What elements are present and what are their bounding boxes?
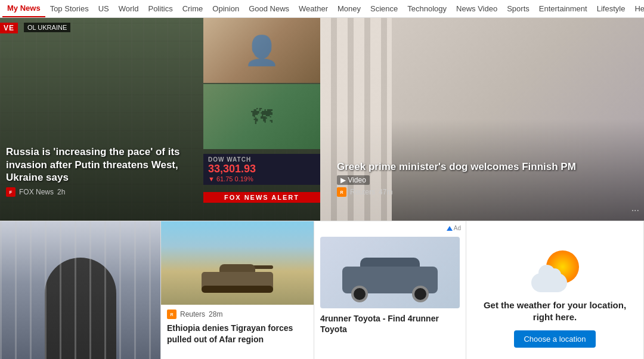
- nav-item-top-stories[interactable]: Top Stories: [45, 0, 94, 17]
- card-person-court[interactable]: U USA TODAY 1h: [0, 221, 160, 359]
- tank-illustration: [202, 263, 273, 293]
- card-left-time: 2h: [57, 188, 65, 196]
- card-ethiopia[interactable]: R Reuters 28m Ethiopia denies Tigrayan f…: [160, 221, 314, 359]
- nav-item-entertainment[interactable]: Entertainment: [534, 0, 592, 17]
- dow-watch: DOW WATCH 33,301.93 ▼ 61.75 0.19%: [203, 154, 320, 185]
- car-image: [320, 237, 460, 308]
- card-russia-ukraine[interactable]: VE OL UKRAINE DOW WATCH 33,301.93 ▼ 61.7…: [0, 18, 320, 221]
- inset-thumbnails: [203, 18, 320, 149]
- ethiopia-content: R Reuters 28m Ethiopia denies Tigrayan f…: [161, 305, 314, 359]
- top-row: VE OL UKRAINE DOW WATCH 33,301.93 ▼ 61.7…: [0, 18, 644, 221]
- inset-map-thumb: [203, 84, 320, 149]
- card-greek-pm[interactable]: Greek prime minister's dog welcomes Finn…: [320, 18, 644, 221]
- bottom-row: U USA TODAY 1h R Reuters 28m: [0, 221, 644, 359]
- weather-card[interactable]: Get the weather for your location, right…: [466, 221, 644, 359]
- ad-title: 4runner Toyota - Find 4runner Toyota: [320, 313, 460, 335]
- dow-value: 33,301.93: [208, 163, 315, 175]
- more-options-button[interactable]: ···: [631, 205, 639, 216]
- car-wheel-left: [351, 286, 368, 302]
- live-badge: VE: [0, 23, 18, 33]
- weather-description: Get the weather for your location, right…: [476, 299, 634, 324]
- reuters-logo: R: [337, 187, 346, 197]
- nav-item-politics[interactable]: Politics: [143, 0, 177, 17]
- card-left-caption: Russia is 'increasing the pace' of its i…: [0, 141, 203, 202]
- nav-item-news-video[interactable]: News Video: [451, 0, 502, 17]
- card-left-meta: F FOX News 2h: [6, 187, 197, 197]
- nav-item-good-news[interactable]: Good News: [244, 0, 294, 17]
- nav-item-opinion[interactable]: Opinion: [208, 0, 244, 17]
- inset-person-thumb: [203, 18, 320, 83]
- cage-bars: [0, 221, 160, 359]
- cloud-icon: [531, 273, 567, 292]
- nav-item-health[interactable]: Health and: [630, 0, 644, 17]
- fox-news-logo: F: [6, 187, 16, 197]
- nav-item-crime[interactable]: Crime: [178, 0, 208, 17]
- nav-item-money[interactable]: Money: [333, 0, 366, 17]
- nav-item-weather[interactable]: Weather: [294, 0, 333, 17]
- ethiopia-source-row: R Reuters 28m: [167, 310, 308, 319]
- nav-item-science[interactable]: Science: [366, 0, 402, 17]
- tank-track: [202, 286, 273, 293]
- card-right-meta: R Reuters 47m: [337, 187, 633, 197]
- nav-item-sports[interactable]: Sports: [502, 0, 534, 17]
- nav-item-technology[interactable]: Technology: [402, 0, 451, 17]
- fox-alert-banner: FOX NEWS ALERT: [203, 192, 320, 203]
- reuters-logo-2: R: [167, 310, 177, 319]
- main-content: VE OL UKRAINE DOW WATCH 33,301.93 ▼ 61.7…: [0, 18, 644, 359]
- car-illustration: [342, 261, 438, 302]
- nav-item-my-news[interactable]: My News: [2, 0, 45, 17]
- nav-item-lifestyle[interactable]: Lifestyle: [592, 0, 630, 17]
- card-left-headline: Russia is 'increasing the pace' of its i…: [6, 146, 197, 184]
- weather-icon: [531, 250, 579, 292]
- nav-item-world[interactable]: World: [114, 0, 144, 17]
- card-right-headline: Greek prime minister's dog welcomes Finn…: [337, 160, 633, 173]
- nav-item-us[interactable]: US: [94, 0, 114, 17]
- car-wheel-right: [412, 286, 429, 302]
- ad-label: Ad: [454, 225, 461, 231]
- video-badge: ▶ Video: [337, 175, 370, 185]
- card-right-time: 47m: [379, 188, 392, 196]
- card-left-source: FOX News: [19, 188, 54, 196]
- choose-location-button[interactable]: Choose a location: [514, 330, 595, 348]
- ethiopia-source: Reuters: [180, 310, 205, 318]
- advertisement-card[interactable]: Ad 4runner Toyota - Find 4runner Toyota: [314, 221, 466, 359]
- ad-badge: Ad: [447, 225, 461, 231]
- ethiopia-headline: Ethiopia denies Tigrayan forces pulled o…: [167, 323, 308, 345]
- ad-triangle-icon: [447, 226, 453, 231]
- card-right-caption: Greek prime minister's dog welcomes Finn…: [332, 156, 638, 202]
- navigation-bar: My News Top Stories US World Politics Cr…: [0, 0, 644, 18]
- dow-label: DOW WATCH: [208, 156, 315, 163]
- ukraine-badge: OL UKRAINE: [24, 23, 70, 32]
- dow-change: ▼ 61.75 0.19%: [208, 175, 315, 182]
- ethiopia-thumbnail: [161, 221, 314, 305]
- ethiopia-time: 28m: [209, 310, 222, 318]
- card-right-source: Reuters: [350, 188, 375, 196]
